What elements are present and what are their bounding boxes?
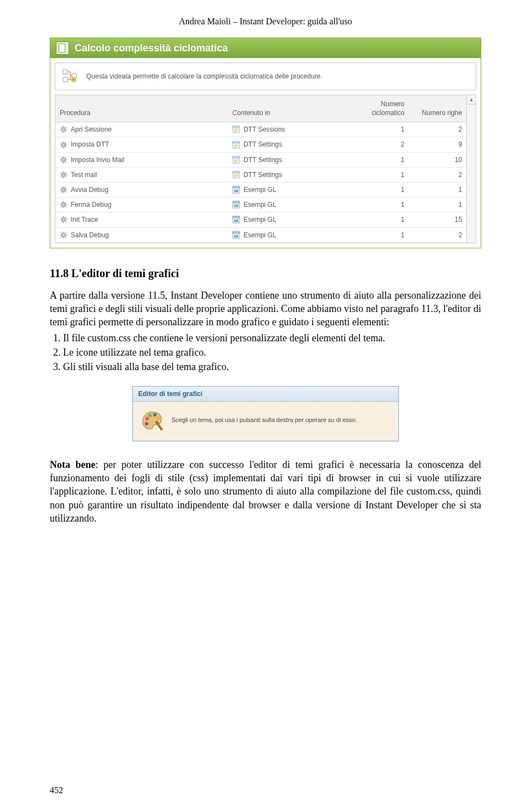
svg-line-40 xyxy=(61,157,63,158)
cell-numero-righe: 2 xyxy=(409,227,466,242)
paragraph-intro: A partire dalla versione 11.5, Instant D… xyxy=(50,289,481,329)
svg-line-43 xyxy=(61,162,63,163)
svg-line-13 xyxy=(61,131,63,132)
data-grid-container: Procedura Contenuto in Numero ciclomatic… xyxy=(55,95,476,243)
svg-point-113 xyxy=(63,234,64,235)
svg-rect-61 xyxy=(233,171,240,173)
app-icon xyxy=(232,216,240,223)
table-row[interactable]: Imposta Invio MailDTT Settings110 xyxy=(55,152,466,167)
gear-icon xyxy=(60,201,67,209)
gear-icon xyxy=(60,216,67,223)
svg-point-74 xyxy=(63,189,64,190)
svg-rect-46 xyxy=(233,157,240,158)
cell-contenuto: Esempi GL xyxy=(228,183,351,197)
svg-rect-4 xyxy=(72,79,75,80)
form-icon xyxy=(232,141,240,149)
cell-contenuto: DTT Settings xyxy=(228,137,351,152)
theme-editor-text: Scegli un tema, poi usa i pulsanti sulla… xyxy=(171,416,357,424)
cell-procedura: Init Trace xyxy=(55,212,228,227)
svg-point-121 xyxy=(145,422,148,425)
svg-line-27 xyxy=(65,142,66,143)
contenuto-label: Esempi GL xyxy=(243,200,276,209)
list-item: Le icone utilizzate nel tema grafico. xyxy=(63,346,481,359)
window-title: Calcolo complessità ciclomatica xyxy=(75,41,228,55)
table-row[interactable]: Avvia DebugEsempi GL11 xyxy=(55,183,466,197)
svg-line-70 xyxy=(61,188,63,189)
gear-icon xyxy=(60,156,67,164)
svg-rect-89 xyxy=(233,201,240,203)
table-row[interactable]: Init TraceEsempi GL115 xyxy=(55,212,466,227)
cell-procedura: Avvia Debug xyxy=(55,183,228,197)
cell-procedura: Apri Sessione xyxy=(55,122,228,137)
cell-procedura: Salva Debug xyxy=(55,227,228,242)
page-number: 452 xyxy=(50,784,63,797)
app-icon xyxy=(232,186,240,194)
numbered-list: Il file custom.css che contiene le versi… xyxy=(50,331,481,374)
svg-line-12 xyxy=(65,127,66,128)
cell-numero-righe: 2 xyxy=(409,167,466,182)
table-row[interactable]: Salva DebugEsempi GL12 xyxy=(55,227,466,242)
cell-procedura: Imposta DTT xyxy=(55,137,228,152)
cell-numero-ciclomatico: 1 xyxy=(351,227,409,242)
svg-point-117 xyxy=(145,417,149,420)
procedura-label: Salva Debug xyxy=(71,231,109,240)
svg-line-98 xyxy=(65,217,66,218)
svg-line-28 xyxy=(61,147,63,148)
col-contenuto[interactable]: Contenuto in xyxy=(228,95,351,122)
nota-bene-body: : per poter utilizzare con successo l'ed… xyxy=(50,459,481,524)
table-row[interactable]: Imposta DTTDTT Settings29 xyxy=(55,137,466,152)
svg-line-10 xyxy=(61,127,63,128)
scroll-up-button[interactable]: ▲ xyxy=(467,95,476,105)
svg-line-72 xyxy=(65,188,66,189)
svg-line-55 xyxy=(61,172,63,173)
gear-icon xyxy=(60,126,67,133)
gear-icon xyxy=(60,141,67,149)
scroll-track[interactable] xyxy=(467,105,476,243)
svg-line-84 xyxy=(65,206,66,207)
section-heading: 11.8 L'editor di temi grafici xyxy=(50,266,481,281)
svg-line-110 xyxy=(65,237,66,238)
cell-numero-righe: 9 xyxy=(409,137,466,152)
svg-rect-1 xyxy=(63,77,67,82)
cell-numero-ciclomatico: 1 xyxy=(351,152,409,167)
cell-procedura: Imposta Invio Mail xyxy=(55,152,228,167)
svg-line-58 xyxy=(61,176,63,178)
window-titlebar: Calcolo complessità ciclomatica xyxy=(50,38,481,58)
nota-bene-label: Nota bene xyxy=(50,459,96,470)
svg-point-100 xyxy=(63,219,64,220)
form-icon xyxy=(232,171,240,179)
svg-line-111 xyxy=(65,232,66,233)
contenuto-label: DTT Settings xyxy=(243,140,282,149)
data-grid: Procedura Contenuto in Numero ciclomatic… xyxy=(55,95,466,243)
cell-numero-righe: 2 xyxy=(409,122,466,137)
svg-line-109 xyxy=(61,232,63,233)
contenuto-label: Esempi GL xyxy=(243,185,276,194)
svg-line-99 xyxy=(61,221,63,222)
cell-contenuto: DTT Sessions xyxy=(228,122,351,137)
table-row[interactable]: Apri SessioneDTT Sessions12 xyxy=(55,122,466,137)
cell-numero-ciclomatico: 1 xyxy=(351,167,409,182)
cell-numero-righe: 15 xyxy=(409,212,466,227)
contenuto-label: Esempi GL xyxy=(243,231,276,240)
description-panel: Questa videata permette di calcolare la … xyxy=(55,63,476,90)
svg-point-119 xyxy=(153,413,157,417)
palette-icon xyxy=(140,409,164,432)
svg-point-29 xyxy=(63,144,64,145)
table-row[interactable]: Ferma DebugEsempi GL11 xyxy=(55,197,466,212)
svg-line-85 xyxy=(65,202,66,204)
cell-numero-ciclomatico: 1 xyxy=(351,122,409,137)
cell-numero-righe: 1 xyxy=(409,183,466,197)
theme-editor-panel: Editor di temi grafici Scegli un tema, p… xyxy=(132,386,399,441)
vertical-scrollbar[interactable]: ▲ xyxy=(466,95,476,243)
col-numero-ciclomatico[interactable]: Numero ciclomatico xyxy=(351,95,409,122)
cell-contenuto: DTT Settings xyxy=(228,152,351,167)
procedura-label: Avvia Debug xyxy=(71,185,108,194)
table-row[interactable]: Test mailDTT Settings12 xyxy=(55,167,466,182)
col-numero-righe[interactable]: Numero righe xyxy=(409,95,466,122)
svg-rect-0 xyxy=(63,70,67,74)
col-procedura[interactable]: Procedura xyxy=(55,95,228,122)
cyclomatic-complexity-window: Calcolo complessità ciclomatica Questa v… xyxy=(50,38,481,248)
procedura-label: Imposta DTT xyxy=(71,140,109,149)
app-icon xyxy=(232,201,240,209)
svg-rect-31 xyxy=(233,142,240,143)
